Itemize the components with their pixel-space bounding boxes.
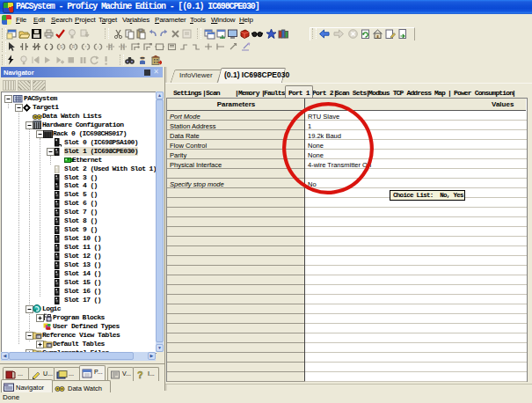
svg-text:S: S (60, 44, 63, 49)
svg-text:N: N (121, 44, 125, 49)
svg-text:R: R (72, 44, 76, 49)
svg-text:↑: ↑ (84, 44, 87, 49)
svg-text:↓: ↓ (97, 44, 99, 49)
